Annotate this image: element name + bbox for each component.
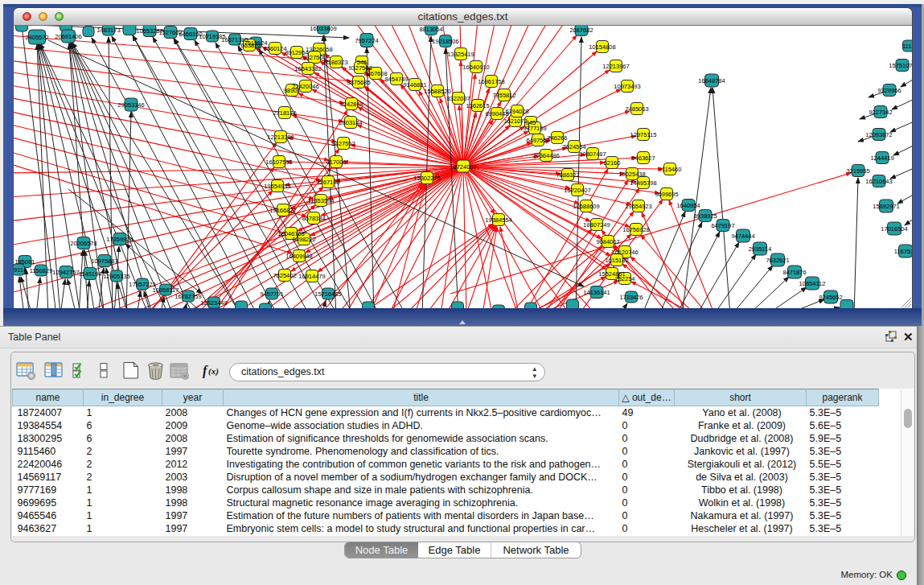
svg-text:9699695: 9699695 [655,191,678,198]
svg-text:9327500: 9327500 [302,54,326,61]
svg-text:7485063: 7485063 [625,105,648,113]
svg-text:8813054: 8813054 [419,26,442,33]
svg-text:29053346: 29053346 [117,101,144,109]
svg-text:7625402: 7625402 [273,272,296,279]
svg-text:8427552: 8427552 [331,140,355,147]
svg-text:7886322: 7886322 [556,171,579,179]
svg-text:9474444: 9474444 [731,233,754,240]
svg-text:7663822: 7663822 [237,42,261,49]
svg-text:10025438: 10025438 [618,171,645,178]
svg-text:15302275: 15302275 [413,175,440,182]
svg-text:746266: 746266 [547,134,567,142]
svg-text:3267130: 3267130 [316,179,339,186]
svg-text:15716485: 15716485 [314,290,341,298]
svg-text:252254: 252254 [614,275,634,282]
svg-text:19654933: 19654933 [264,183,290,190]
svg-text:(x): (x) [208,366,219,377]
svg-text:9227342: 9227342 [869,109,892,116]
svg-text:11353594: 11353594 [308,197,335,204]
svg-text:1145194: 1145194 [79,270,102,278]
svg-text:9146821: 9146821 [403,81,426,89]
svg-text:19166827: 19166827 [269,207,296,214]
svg-text:1640954: 1640954 [676,202,700,209]
svg-text:16107553: 16107553 [265,159,292,166]
svg-text:14495798: 14495798 [630,179,656,187]
svg-text:2803144: 2803144 [339,119,362,126]
svg-text:10154808: 10154808 [589,43,615,51]
svg-text:12213389: 12213389 [267,134,294,141]
svg-text:3875685: 3875685 [347,79,370,86]
svg-text:16961758: 16961758 [478,78,504,85]
svg-text:15692971: 15692971 [873,203,899,210]
svg-text:16640910: 16640910 [462,64,489,71]
svg-text:16756928: 16756928 [622,226,649,233]
svg-text:1615132: 1615132 [605,257,628,264]
svg-text:15720407: 15720407 [564,187,590,194]
svg-text:9115460: 9115460 [659,166,682,173]
svg-text:18807249: 18807249 [583,221,610,229]
svg-text:7955812: 7955812 [492,92,515,99]
svg-text:62160: 62160 [604,159,621,167]
svg-text:16543382: 16543382 [294,65,321,72]
svg-text:9242848: 9242848 [339,101,363,108]
svg-text:15751074: 15751074 [889,62,912,69]
svg-text:1156829: 1156829 [30,267,53,274]
svg-text:1483173: 1483173 [97,27,120,34]
svg-text:18724007: 18724007 [450,163,476,171]
svg-text:2405572: 2405572 [25,34,48,41]
svg-text:9498222: 9498222 [292,236,315,243]
svg-text:1362615: 1362615 [466,102,489,109]
svg-text:2935114: 2935114 [749,245,772,253]
svg-text:16120746: 16120746 [611,249,638,256]
svg-text:9457791: 9457791 [260,290,283,298]
svg-text:1621072: 1621072 [503,117,527,125]
svg-text:19218506: 19218506 [432,38,458,45]
svg-text:13226058: 13226058 [306,46,332,53]
svg-text:20206578: 20206578 [70,240,97,247]
svg-text:9463627: 9463627 [631,154,655,162]
svg-text:12213967: 12213967 [602,63,629,70]
svg-text:15588520: 15588520 [424,88,450,95]
svg-text:16409948: 16409948 [285,253,312,260]
svg-text:3215955: 3215955 [846,167,869,175]
svg-text:12093872: 12093872 [865,131,892,138]
svg-text:8678334: 8678334 [302,215,325,222]
svg-text:1244419: 1244419 [870,154,893,162]
svg-text:10975887: 10975887 [91,257,117,265]
svg-text:185061: 185061 [14,258,35,266]
svg-text:8186323: 8186323 [324,59,347,66]
svg-text:7957224: 7957224 [355,37,378,44]
svg-text:19654923: 19654923 [625,203,651,210]
svg-text:1167533: 1167533 [894,248,912,255]
svg-text:20364486: 20364486 [532,152,559,159]
svg-text:8471876: 8471876 [782,269,806,276]
svg-text:9777169: 9777169 [523,125,546,132]
svg-text:10807487: 10807487 [579,150,606,158]
svg-text:12905135: 12905135 [103,273,129,280]
svg-text:9245652: 9245652 [819,294,842,301]
svg-text:16033809: 16033809 [310,25,336,32]
svg-text:9684067: 9684067 [596,238,619,245]
svg-text:8322037: 8322037 [446,95,470,102]
svg-text:17016504: 17016504 [881,225,907,233]
svg-text:17359924: 17359924 [106,236,133,243]
svg-text:10688609: 10688609 [573,203,599,210]
svg-text:16210643: 16210643 [865,178,892,185]
svg-text:13325419: 13325419 [447,51,474,58]
svg-text:417006: 417006 [326,159,346,166]
svg-text:10654112: 10654112 [799,280,826,287]
svg-text:9329966: 9329966 [877,87,901,94]
svg-text:16914479: 16914479 [298,273,325,280]
svg-text:2087682: 2087682 [569,27,593,34]
svg-text:98901: 98901 [284,87,301,94]
svg-text:8660124: 8660124 [263,45,286,52]
svg-text:1112: 1112 [902,43,912,50]
svg-text:6794028: 6794028 [505,108,528,115]
svg-text:1733426: 1733426 [619,294,643,301]
svg-text:2867608: 2867608 [363,70,387,77]
svg-text:20691406: 20691406 [55,33,81,40]
svg-text:f: f [203,364,208,378]
svg-text:8938925: 8938925 [693,212,717,220]
svg-text:6497568: 6497568 [526,137,549,144]
svg-text:12942757: 12942757 [52,269,79,276]
